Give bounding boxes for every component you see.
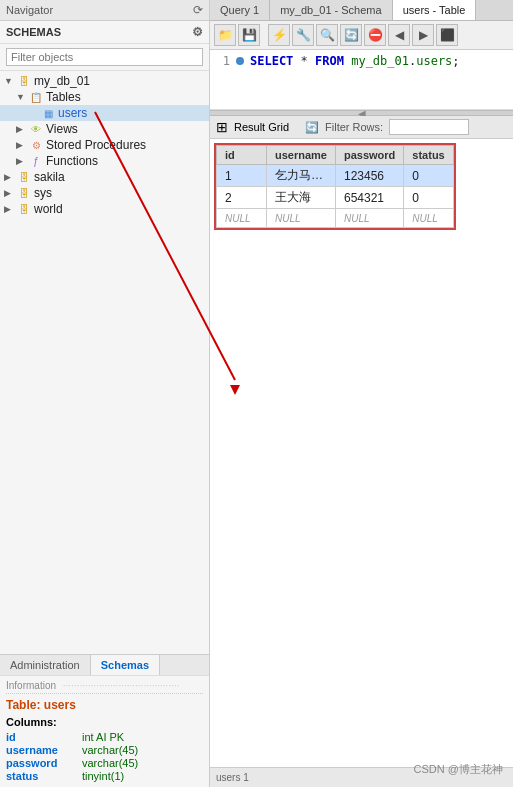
info-panel: Information ····························… <box>0 675 209 787</box>
tab-schemas[interactable]: Schemas <box>91 655 160 675</box>
table-row[interactable]: 1 乞力马… 123456 0 <box>217 165 454 187</box>
bottom-tabs: Administration Schemas <box>0 654 209 675</box>
filter-rows-label: Filter Rows: <box>325 121 383 133</box>
tree-item-sys[interactable]: ▶ 🗄 sys <box>0 185 209 201</box>
refresh-button[interactable]: 🔄 <box>340 24 362 46</box>
columns-label: Columns: <box>6 716 203 728</box>
cell-username: 乞力马… <box>267 165 336 187</box>
tree-item-views[interactable]: ▶ 👁 Views <box>0 121 209 137</box>
schemas-refresh-icon[interactable]: ⟳ <box>193 3 203 17</box>
grid-wrapper: id username password status 1 乞力马… 12345… <box>214 143 456 230</box>
save-button[interactable]: 💾 <box>238 24 260 46</box>
tab-query1[interactable]: Query 1 <box>210 0 270 20</box>
cell-id: 2 <box>217 187 267 209</box>
col-row-status: status tinyint(1) <box>6 770 203 782</box>
database-icon: 🗄 <box>16 74 32 88</box>
search-button[interactable]: 🔍 <box>316 24 338 46</box>
arrow-right-icon: ▶ <box>4 188 16 198</box>
arrow-right-icon: ▶ <box>4 204 16 214</box>
col-name-status: status <box>6 770 74 782</box>
tree-label-sys: sys <box>34 186 52 200</box>
tree-item-users[interactable]: ▦ users <box>0 105 209 121</box>
tree-label-users: users <box>58 106 87 120</box>
query-text: SELECT * FROM my_db_01.users; <box>250 54 460 68</box>
tree-label: Tables <box>46 90 81 104</box>
tree-area: ▼ 🗄 my_db_01 ▼ 📋 Tables ▦ users ▶ 👁 View… <box>0 71 209 654</box>
info-header-label: Information <box>6 680 56 691</box>
breakpoint-dot <box>236 57 244 65</box>
schemas-text: SCHEMAS <box>6 26 61 38</box>
cell-null: NULL <box>404 209 454 228</box>
tab-schema[interactable]: my_db_01 - Schema <box>270 0 393 20</box>
col-header-id: id <box>217 146 267 165</box>
arrow-down-icon: ▼ <box>4 76 16 86</box>
table-name-value: users <box>44 698 76 712</box>
tab-administration[interactable]: Administration <box>0 655 91 675</box>
col-type-password: varchar(45) <box>82 757 138 769</box>
arrow-down-icon: ▼ <box>16 92 28 102</box>
col-row-password: password varchar(45) <box>6 757 203 769</box>
tree-label-views: Views <box>46 122 78 136</box>
tree-item-tables[interactable]: ▼ 📋 Tables <box>0 89 209 105</box>
prev-button[interactable]: ◀ <box>388 24 410 46</box>
navigator-header: Navigator ⟳ <box>0 0 209 21</box>
cell-status: 0 <box>404 187 454 209</box>
col-header-status: status <box>404 146 454 165</box>
arrow-right-icon: ▶ <box>16 124 28 134</box>
filter-icon: 🔄 <box>305 121 319 134</box>
schemas-gear-icon[interactable]: ⚙ <box>192 25 203 39</box>
database-icon: 🗄 <box>16 202 32 216</box>
table-row-null: NULL NULL NULL NULL <box>217 209 454 228</box>
cell-username: 王大海 <box>267 187 336 209</box>
status-text: users 1 <box>216 772 249 783</box>
filter-rows-input[interactable] <box>389 119 469 135</box>
tree-item-world[interactable]: ▶ 🗄 world <box>0 201 209 217</box>
stop-button[interactable]: ⛔ <box>364 24 386 46</box>
grid-button[interactable]: ⬛ <box>436 24 458 46</box>
filter-box <box>0 44 209 71</box>
database-icon: 🗄 <box>16 170 32 184</box>
execute-button[interactable]: ⚡ <box>268 24 290 46</box>
table-header-row: id username password status <box>217 146 454 165</box>
folder-icon: 📋 <box>28 90 44 104</box>
proc-icon: ⚙ <box>28 138 44 152</box>
col-type-username: varchar(45) <box>82 744 138 756</box>
filter-objects-input[interactable] <box>6 48 203 66</box>
left-panel: Navigator ⟳ SCHEMAS ⚙ ▼ 🗄 my_db_01 ▼ 📋 T… <box>0 0 210 787</box>
tree-item-stored-procedures[interactable]: ▶ ⚙ Stored Procedures <box>0 137 209 153</box>
tree-item-functions[interactable]: ▶ ƒ Functions <box>0 153 209 169</box>
tree-label: my_db_01 <box>34 74 90 88</box>
grid-container: id username password status 1 乞力马… 12345… <box>210 139 513 767</box>
tree-item-my_db_01[interactable]: ▼ 🗄 my_db_01 <box>0 73 209 89</box>
info-table-name: Table: users <box>6 698 203 712</box>
col-name-password: password <box>6 757 74 769</box>
schemas-label: SCHEMAS ⚙ <box>0 21 209 44</box>
cell-null: NULL <box>267 209 336 228</box>
database-icon: 🗄 <box>16 186 32 200</box>
query-line: 1 SELECT * FROM my_db_01.users; <box>214 54 509 68</box>
arrow-right-icon: ▶ <box>4 172 16 182</box>
tree-label-sakila: sakila <box>34 170 65 184</box>
info-header: Information ····························… <box>6 680 203 694</box>
col-name-id: id <box>6 731 74 743</box>
table-row[interactable]: 2 王大海 654321 0 <box>217 187 454 209</box>
explain-button[interactable]: 🔧 <box>292 24 314 46</box>
result-grid-label: Result Grid <box>234 121 289 133</box>
tree-label-world: world <box>34 202 63 216</box>
dotted-line: ········································… <box>63 680 180 691</box>
main-container: Navigator ⟳ SCHEMAS ⚙ ▼ 🗄 my_db_01 ▼ 📋 T… <box>0 0 513 787</box>
query-area[interactable]: 1 SELECT * FROM my_db_01.users; <box>210 50 513 110</box>
tab-users-table[interactable]: users - Table <box>393 0 477 20</box>
col-name-username: username <box>6 744 74 756</box>
next-button[interactable]: ▶ <box>412 24 434 46</box>
open-file-button[interactable]: 📁 <box>214 24 236 46</box>
tree-item-sakila[interactable]: ▶ 🗄 sakila <box>0 169 209 185</box>
table-label: Table: <box>6 698 40 712</box>
func-icon: ƒ <box>28 154 44 168</box>
arrow-right-icon: ▶ <box>16 156 28 166</box>
navigator-title: Navigator <box>6 4 53 16</box>
col-type-id: int AI PK <box>82 731 124 743</box>
col-header-username: username <box>267 146 336 165</box>
tree-label-functions: Functions <box>46 154 98 168</box>
line-number: 1 <box>214 54 230 68</box>
